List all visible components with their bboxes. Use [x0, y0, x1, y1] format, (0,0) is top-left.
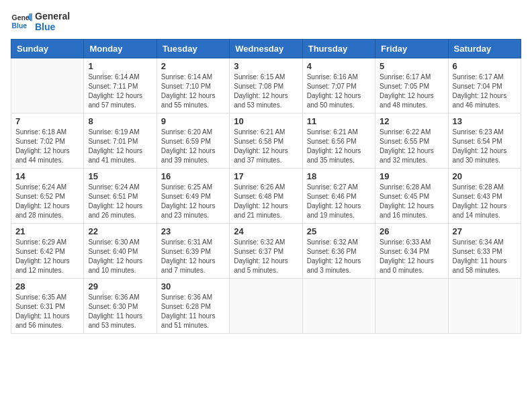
day-info: Sunrise: 6:24 AMSunset: 6:52 PMDaylight:…: [15, 183, 79, 220]
day-number: 24: [234, 226, 298, 236]
day-info: Sunrise: 6:34 AMSunset: 6:33 PMDaylight:…: [453, 238, 517, 275]
day-number: 14: [15, 171, 79, 181]
day-info: Sunrise: 6:36 AMSunset: 6:30 PMDaylight:…: [88, 293, 152, 330]
calendar-cell: 7Sunrise: 6:18 AMSunset: 7:02 PMDaylight…: [11, 113, 84, 169]
day-number: 28: [15, 281, 79, 291]
day-number: 15: [88, 171, 152, 181]
day-number: 17: [234, 171, 298, 181]
logo-blue: Blue: [35, 21, 70, 32]
calendar-week-row: 21Sunrise: 6:29 AMSunset: 6:42 PMDayligh…: [11, 224, 521, 279]
day-number: 6: [453, 61, 517, 71]
day-info: Sunrise: 6:22 AMSunset: 6:55 PMDaylight:…: [380, 128, 443, 165]
day-number: 19: [380, 171, 443, 181]
calendar-cell: 30Sunrise: 6:36 AMSunset: 6:28 PMDayligh…: [157, 279, 229, 334]
calendar-cell: 26Sunrise: 6:33 AMSunset: 6:34 PMDayligh…: [375, 224, 448, 279]
weekday-header-thursday: Thursday: [302, 40, 375, 58]
calendar-cell: 3Sunrise: 6:15 AMSunset: 7:08 PMDaylight…: [230, 58, 302, 113]
day-info: Sunrise: 6:33 AMSunset: 6:34 PMDaylight:…: [380, 238, 443, 275]
calendar-cell: 27Sunrise: 6:34 AMSunset: 6:33 PMDayligh…: [448, 224, 521, 279]
calendar-cell: 16Sunrise: 6:25 AMSunset: 6:49 PMDayligh…: [157, 169, 229, 224]
day-info: Sunrise: 6:32 AMSunset: 6:36 PMDaylight:…: [307, 238, 371, 275]
logo-icon: General Blue: [11, 11, 32, 32]
day-number: 8: [88, 116, 152, 126]
day-info: Sunrise: 6:35 AMSunset: 6:31 PMDaylight:…: [15, 293, 79, 330]
calendar-cell: 8Sunrise: 6:19 AMSunset: 7:01 PMDaylight…: [84, 113, 157, 169]
weekday-header-friday: Friday: [375, 40, 448, 58]
day-number: 12: [380, 116, 443, 126]
calendar-cell: 14Sunrise: 6:24 AMSunset: 6:52 PMDayligh…: [11, 169, 84, 224]
day-info: Sunrise: 6:28 AMSunset: 6:43 PMDaylight:…: [453, 183, 517, 220]
calendar-cell: 1Sunrise: 6:14 AMSunset: 7:11 PMDaylight…: [84, 58, 157, 113]
day-number: 3: [234, 61, 298, 71]
calendar-cell: 25Sunrise: 6:32 AMSunset: 6:36 PMDayligh…: [302, 224, 375, 279]
day-number: 29: [88, 281, 152, 291]
day-number: 20: [453, 171, 517, 181]
calendar-cell: 4Sunrise: 6:16 AMSunset: 7:07 PMDaylight…: [302, 58, 375, 113]
day-info: Sunrise: 6:17 AMSunset: 7:05 PMDaylight:…: [380, 73, 443, 110]
logo-general: General: [35, 11, 70, 21]
day-info: Sunrise: 6:36 AMSunset: 6:28 PMDaylight:…: [161, 293, 225, 330]
calendar-week-row: 14Sunrise: 6:24 AMSunset: 6:52 PMDayligh…: [11, 169, 521, 224]
day-number: 2: [161, 61, 225, 71]
calendar-cell: 22Sunrise: 6:30 AMSunset: 6:40 PMDayligh…: [84, 224, 157, 279]
calendar-cell: 9Sunrise: 6:20 AMSunset: 6:59 PMDaylight…: [157, 113, 229, 169]
day-info: Sunrise: 6:14 AMSunset: 7:10 PMDaylight:…: [161, 73, 225, 110]
calendar-cell: 23Sunrise: 6:31 AMSunset: 6:39 PMDayligh…: [157, 224, 229, 279]
calendar-cell: 15Sunrise: 6:24 AMSunset: 6:51 PMDayligh…: [84, 169, 157, 224]
weekday-header-tuesday: Tuesday: [157, 40, 229, 58]
day-number: 4: [307, 61, 371, 71]
day-info: Sunrise: 6:32 AMSunset: 6:37 PMDaylight:…: [234, 238, 298, 275]
weekday-header-row: SundayMondayTuesdayWednesdayThursdayFrid…: [11, 40, 521, 58]
day-number: 16: [161, 171, 225, 181]
calendar-cell: 29Sunrise: 6:36 AMSunset: 6:30 PMDayligh…: [84, 279, 157, 334]
calendar-cell: [375, 279, 448, 334]
svg-text:Blue: Blue: [12, 22, 28, 30]
day-info: Sunrise: 6:15 AMSunset: 7:08 PMDaylight:…: [234, 73, 298, 110]
day-number: 25: [307, 226, 371, 236]
calendar-week-row: 7Sunrise: 6:18 AMSunset: 7:02 PMDaylight…: [11, 113, 521, 169]
calendar-week-row: 1Sunrise: 6:14 AMSunset: 7:11 PMDaylight…: [11, 58, 521, 113]
weekday-header-wednesday: Wednesday: [230, 40, 302, 58]
weekday-header-sunday: Sunday: [11, 40, 84, 58]
day-number: 11: [307, 116, 371, 126]
day-number: 22: [88, 226, 152, 236]
day-info: Sunrise: 6:17 AMSunset: 7:04 PMDaylight:…: [453, 73, 517, 110]
day-number: 26: [380, 226, 443, 236]
calendar-cell: 11Sunrise: 6:21 AMSunset: 6:56 PMDayligh…: [302, 113, 375, 169]
day-info: Sunrise: 6:21 AMSunset: 6:58 PMDaylight:…: [234, 128, 298, 165]
day-info: Sunrise: 6:16 AMSunset: 7:07 PMDaylight:…: [307, 73, 371, 110]
day-info: Sunrise: 6:28 AMSunset: 6:45 PMDaylight:…: [380, 183, 443, 220]
calendar-cell: 19Sunrise: 6:28 AMSunset: 6:45 PMDayligh…: [375, 169, 448, 224]
day-number: 5: [380, 61, 443, 71]
day-number: 21: [15, 226, 79, 236]
logo: General Blue General Blue: [11, 11, 70, 32]
calendar-cell: 17Sunrise: 6:26 AMSunset: 6:48 PMDayligh…: [230, 169, 302, 224]
weekday-header-saturday: Saturday: [448, 40, 521, 58]
calendar-cell: 28Sunrise: 6:35 AMSunset: 6:31 PMDayligh…: [11, 279, 84, 334]
day-info: Sunrise: 6:18 AMSunset: 7:02 PMDaylight:…: [15, 128, 79, 165]
calendar-cell: [11, 58, 84, 113]
day-number: 18: [307, 171, 371, 181]
day-number: 9: [161, 116, 225, 126]
day-number: 10: [234, 116, 298, 126]
day-info: Sunrise: 6:26 AMSunset: 6:48 PMDaylight:…: [234, 183, 298, 220]
calendar-cell: 5Sunrise: 6:17 AMSunset: 7:05 PMDaylight…: [375, 58, 448, 113]
day-info: Sunrise: 6:30 AMSunset: 6:40 PMDaylight:…: [88, 238, 152, 275]
calendar-cell: 20Sunrise: 6:28 AMSunset: 6:43 PMDayligh…: [448, 169, 521, 224]
day-number: 7: [15, 116, 79, 126]
calendar-cell: [448, 279, 521, 334]
day-info: Sunrise: 6:24 AMSunset: 6:51 PMDaylight:…: [88, 183, 152, 220]
calendar-cell: 2Sunrise: 6:14 AMSunset: 7:10 PMDaylight…: [157, 58, 229, 113]
day-number: 23: [161, 226, 225, 236]
day-info: Sunrise: 6:25 AMSunset: 6:49 PMDaylight:…: [161, 183, 225, 220]
day-number: 1: [88, 61, 152, 71]
calendar-cell: 13Sunrise: 6:23 AMSunset: 6:54 PMDayligh…: [448, 113, 521, 169]
weekday-header-monday: Monday: [84, 40, 157, 58]
day-number: 27: [453, 226, 517, 236]
page-header: General Blue General Blue: [11, 11, 521, 32]
calendar-cell: 10Sunrise: 6:21 AMSunset: 6:58 PMDayligh…: [230, 113, 302, 169]
calendar-week-row: 28Sunrise: 6:35 AMSunset: 6:31 PMDayligh…: [11, 279, 521, 334]
day-info: Sunrise: 6:14 AMSunset: 7:11 PMDaylight:…: [88, 73, 152, 110]
day-info: Sunrise: 6:20 AMSunset: 6:59 PMDaylight:…: [161, 128, 225, 165]
calendar-cell: [230, 279, 302, 334]
